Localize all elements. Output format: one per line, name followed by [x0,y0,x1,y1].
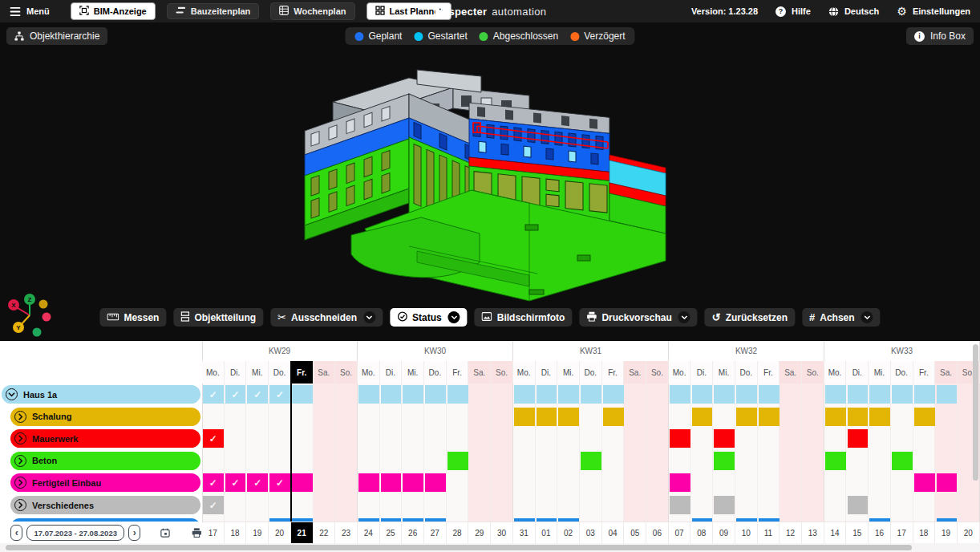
chevron-down-icon[interactable] [678,311,690,323]
chevron-down-icon[interactable] [363,311,375,323]
gizmo-neg-z-axis[interactable] [33,328,42,337]
task-bar[interactable] [381,473,402,492]
expand-icon[interactable] [14,432,26,444]
task-bar[interactable] [869,408,890,426]
task-bar[interactable]: ✓ [225,385,246,404]
task-bar[interactable] [892,452,913,470]
task-bar[interactable] [292,473,313,492]
task-bar[interactable] [825,452,846,470]
task-bar[interactable] [937,473,958,492]
task-bar[interactable] [447,385,468,404]
task-bar[interactable] [447,452,468,470]
collapse-icon[interactable] [6,388,18,400]
task-bar[interactable]: ✓ [203,385,224,404]
task-bar[interactable] [869,385,890,404]
axis-gizmo[interactable]: Z X Y [5,290,55,339]
task-bar[interactable] [736,408,757,426]
expand-icon[interactable] [14,477,26,489]
task-bar[interactable] [603,385,624,404]
task-bar[interactable] [403,385,423,404]
tab-bim-anzeige[interactable]: BIM-Anzeige [71,2,156,20]
task-bar[interactable]: ✓ [225,473,246,492]
next-range-button[interactable]: › [128,525,140,541]
row-label-pill[interactable]: Haus 1a [2,385,200,404]
task-bar[interactable] [937,385,958,404]
task-bar[interactable] [670,429,690,448]
task-bar[interactable] [914,473,935,492]
druckvorschau-button[interactable]: Druckvorschau [579,308,697,327]
task-bar[interactable] [581,385,601,404]
task-bar[interactable] [759,385,780,404]
task-bar[interactable] [848,408,869,426]
task-bar[interactable] [514,385,535,404]
gizmo-neg-y-axis[interactable] [39,300,48,309]
help-button[interactable]: ? Hilfe [775,6,811,17]
prev-range-button[interactable]: ‹ [10,525,22,541]
expand-icon[interactable] [14,411,26,423]
objektteilung-button[interactable]: Objektteilung [173,308,263,327]
settings-button[interactable]: ⚙ Einstellungen [897,5,970,18]
task-bar[interactable] [425,385,446,404]
gizmo-neg-x-axis[interactable] [43,313,51,322]
task-bar[interactable] [692,408,713,426]
task-bar[interactable] [848,385,869,404]
language-button[interactable]: Deutsch [828,6,879,17]
task-bar[interactable] [736,385,757,404]
task-bar[interactable]: ✓ [247,385,268,404]
vertical-scrollbar[interactable] [973,344,978,481]
chevron-down-icon[interactable] [448,311,460,323]
task-bar[interactable] [848,496,869,514]
date-range-field[interactable]: 17.07.2023 - 27.08.2023 [26,525,124,541]
task-bar[interactable] [358,385,379,404]
task-bar[interactable] [714,385,735,404]
print-icon[interactable] [192,526,202,539]
task-bar[interactable] [692,385,713,404]
object-hierarchy-button[interactable]: Objekthierarchie [6,27,107,45]
task-bar[interactable] [670,385,690,404]
achsen-button[interactable]: #Achsen [802,308,881,327]
task-bar[interactable] [714,429,735,448]
task-bar[interactable] [914,385,935,404]
messen-button[interactable]: Messen [99,308,166,327]
task-bar[interactable] [292,385,313,404]
task-bar[interactable]: ✓ [203,473,224,492]
expand-icon[interactable] [14,499,26,511]
task-bar[interactable] [581,452,601,470]
zurücksetzen-button[interactable]: ↺Zurücksetzen [705,308,795,327]
task-bar[interactable] [403,473,423,492]
info-box-button[interactable]: i Info Box [906,27,974,45]
task-bar[interactable] [537,408,557,426]
task-bar[interactable] [670,473,690,492]
bim-3d-model[interactable] [289,68,674,309]
calendar-icon[interactable] [160,526,170,539]
task-bar[interactable] [892,385,913,404]
task-bar[interactable] [825,385,846,404]
task-bar[interactable]: ✓ [203,496,224,514]
task-bar[interactable]: ✓ [269,385,290,404]
task-bar[interactable] [670,496,690,514]
expand-icon[interactable] [14,455,26,467]
task-bar[interactable]: ✓ [269,473,290,492]
bim-3d-viewport[interactable]: Objekthierarchie GeplantGestartetAbgesch… [0,22,980,341]
tab-bauzeitenplan[interactable]: Bauzeitenplan [167,3,260,19]
row-label-pill[interactable]: Verschiedenes [10,496,200,514]
task-bar[interactable] [714,496,735,514]
row-label-pill[interactable]: Mauerwerk [10,429,200,448]
task-bar[interactable] [714,452,735,470]
task-bar[interactable] [603,408,624,426]
ausschneiden-button[interactable]: ✂Ausschneiden [270,308,383,327]
task-bar[interactable] [914,408,935,426]
tab-wochenplan[interactable]: Wochenplan [270,2,354,20]
task-bar[interactable] [848,429,869,448]
task-bar[interactable] [514,408,535,426]
horizontal-scrollbar-thumb[interactable] [6,545,912,550]
task-bar[interactable] [537,385,557,404]
row-label-pill[interactable]: Fertigteil Einbau [10,473,200,492]
row-label-pill[interactable]: Beton [10,452,200,470]
bildschirmfoto-button[interactable]: Bildschirmfoto [475,308,573,327]
task-bar[interactable] [381,385,402,404]
task-bar[interactable]: ✓ [203,429,224,448]
status-button[interactable]: Status [390,308,468,327]
task-bar[interactable]: ✓ [247,473,268,492]
task-bar[interactable] [425,473,446,492]
